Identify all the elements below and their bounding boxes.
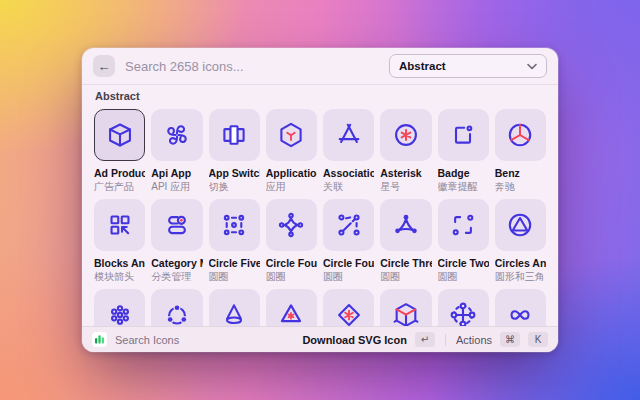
footer-divider: [445, 334, 446, 346]
icon-tile[interactable]: [380, 109, 431, 161]
icon-tile[interactable]: [151, 109, 202, 161]
icon-name-cn: 圆圈: [380, 271, 431, 283]
3d-box-icon: [106, 121, 134, 149]
icon-name-cn: 星号: [380, 181, 431, 193]
icon-name: Api App: [151, 167, 202, 180]
category-dropdown[interactable]: Abstract: [389, 54, 547, 78]
cmd-key-badge: ⌘: [500, 332, 520, 347]
a-frame-triangle-icon: [335, 121, 363, 149]
app-logo-icon: [92, 332, 107, 347]
search-input[interactable]: Search 2658 icons...: [125, 59, 379, 74]
hexagon-y-icon: [277, 121, 305, 149]
icon-name-cn: 切换: [209, 181, 260, 193]
icon-cell-blocks-and-arrows[interactable]: Blocks And... 模块箭头: [94, 199, 145, 283]
concave-star-four-dots-icon: [277, 211, 305, 239]
pills-dot-icon: [163, 211, 191, 239]
icon-cell-app-switch[interactable]: App Switch 切换: [209, 109, 260, 193]
icon-cell-circle-four-line[interactable]: Circle Four... 圆圈: [323, 199, 374, 283]
diamond-red-asterisk-icon: [335, 301, 363, 329]
ring-three-nodes-icon: [163, 301, 191, 329]
icon-cell-ad-product[interactable]: Ad Product 广告产品: [94, 109, 145, 193]
icon-name-cn: 奔驰: [495, 181, 546, 193]
section-label: Abstract: [95, 90, 546, 102]
icon-name-cn: 圆圈: [323, 271, 374, 283]
icon-cell-api-app[interactable]: Api App API 应用: [151, 109, 202, 193]
icon-tile[interactable]: [438, 199, 489, 251]
category-dropdown-value: Abstract: [399, 60, 446, 72]
icon-name: Circle Three: [380, 257, 431, 270]
icon-tile[interactable]: [438, 109, 489, 161]
icon-name-cn: 圆圈: [438, 271, 489, 283]
cross-dots-dashed-ring-icon: [449, 301, 477, 329]
icon-name: Asterisk: [380, 167, 431, 180]
icon-tile[interactable]: [380, 199, 431, 251]
icon-name: Association: [323, 167, 374, 180]
cube-red-top-icon: [392, 301, 420, 329]
icon-name-cn: 徽章提醒: [438, 181, 489, 193]
icon-cell-circles-and-triangles[interactable]: Circles And... 圆形和三角: [495, 199, 546, 283]
icon-tile[interactable]: [495, 199, 546, 251]
five-circles-dashes-icon: [220, 211, 248, 239]
icon-cell-circle-two-line[interactable]: Circle Two L... 圆圈: [438, 199, 489, 283]
infinity-icon: [506, 301, 534, 329]
footer-bar: Search Icons Download SVG Icon ↵ Actions…: [82, 326, 558, 352]
icon-tile[interactable]: [495, 109, 546, 161]
icon-tile-selected[interactable]: [94, 109, 145, 161]
chevron-down-icon: [527, 63, 537, 70]
four-circles-diagonal-icon: [335, 211, 363, 239]
icon-cell-association[interactable]: Association 关联: [323, 109, 374, 193]
circle-with-triangle-icon: [506, 211, 534, 239]
download-svg-button[interactable]: Download SVG Icon: [302, 334, 407, 346]
icon-tile[interactable]: [209, 109, 260, 161]
icon-name: Blocks And...: [94, 257, 145, 270]
icon-cell-badge[interactable]: Badge 徽章提醒: [438, 109, 489, 193]
icon-name: Category M...: [151, 257, 202, 270]
triangle-red-asterisk-icon: [277, 301, 305, 329]
icon-name: Ad Product: [94, 167, 145, 180]
icon-tile[interactable]: [94, 199, 145, 251]
three-spoke-circle-icon: [506, 121, 534, 149]
curved-pinwheel-icon: [163, 121, 191, 149]
icon-grid: Ad Product 广告产品 Api App API 应用: [94, 109, 546, 341]
icon-name: Application...: [266, 167, 317, 180]
icon-cell-benz[interactable]: Benz 奔驰: [495, 109, 546, 193]
window-header: ← Search 2658 icons... Abstract: [82, 48, 558, 85]
icon-tile[interactable]: [151, 199, 202, 251]
circle-asterisk-icon: [392, 121, 420, 149]
footer-app-name: Search Icons: [115, 334, 294, 346]
icon-name-cn: 圆圈: [209, 271, 260, 283]
icon-cell-application[interactable]: Application... 应用: [266, 109, 317, 193]
icon-cell-circle-five-line[interactable]: Circle Five L... 圆圈: [209, 199, 260, 283]
icon-tile[interactable]: [266, 109, 317, 161]
seven-dots-icon: [106, 301, 134, 329]
icon-name-cn: 模块箭头: [94, 271, 145, 283]
icon-name: Circle Four: [266, 257, 317, 270]
actions-button[interactable]: Actions: [456, 334, 492, 346]
icon-name-cn: 关联: [323, 181, 374, 193]
icon-cell-category-management[interactable]: Category M... 分类管理: [151, 199, 202, 283]
icon-name: App Switch: [209, 167, 260, 180]
icon-tile[interactable]: [323, 109, 374, 161]
back-arrow-icon: ←: [98, 59, 111, 74]
back-button[interactable]: ←: [93, 55, 115, 77]
icon-tile[interactable]: [266, 199, 317, 251]
blocks-arrow-icon: [106, 211, 134, 239]
icon-name: Circle Five L...: [209, 257, 260, 270]
icon-cell-asterisk[interactable]: Asterisk 星号: [380, 109, 431, 193]
icon-cell-circle-four[interactable]: Circle Four 圆圈: [266, 199, 317, 283]
cone-icon: [220, 301, 248, 329]
enter-key-badge: ↵: [415, 332, 435, 347]
three-circles-curved-triangle-icon: [392, 211, 420, 239]
icon-cell-circle-three[interactable]: Circle Three 圆圈: [380, 199, 431, 283]
icon-name-cn: 圆圈: [266, 271, 317, 283]
icon-name-cn: 广告产品: [94, 181, 145, 193]
icon-name: Badge: [438, 167, 489, 180]
icon-tile[interactable]: [209, 199, 260, 251]
icon-name: Circles And...: [495, 257, 546, 270]
icon-name: Benz: [495, 167, 546, 180]
desktop-background: { "colors":{"icon_primary":"#4334e0","ic…: [0, 0, 640, 400]
icon-search-window: ← Search 2658 icons... Abstract Abstract…: [82, 48, 558, 352]
icon-name-cn: 圆形和三角: [495, 271, 546, 283]
icon-name: Circle Two L...: [438, 257, 489, 270]
icon-tile[interactable]: [323, 199, 374, 251]
